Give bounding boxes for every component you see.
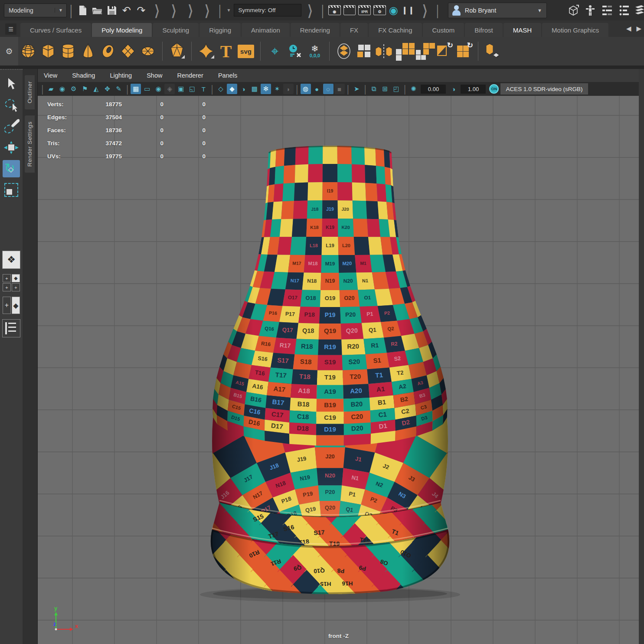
layout-outliner-button[interactable] <box>2 319 20 337</box>
exposure-icon[interactable]: ✺ <box>408 84 418 94</box>
copy-pane-icon[interactable]: ⧉ <box>369 84 379 94</box>
freeze-transformations-icon[interactable]: ❄0,0,0 <box>305 41 325 61</box>
lasso-select-tool[interactable] <box>3 96 20 114</box>
fill-hole-icon[interactable] <box>394 41 414 61</box>
save-scene-icon[interactable] <box>105 4 118 17</box>
separate-icon[interactable] <box>354 41 374 61</box>
delete-history-icon[interactable] <box>285 41 305 61</box>
poly-torus-icon[interactable] <box>98 41 118 61</box>
mirror-icon[interactable] <box>374 41 394 61</box>
color-management-toggle[interactable]: ON <box>489 84 499 94</box>
combine-icon[interactable] <box>334 41 354 61</box>
vp-menu-renderer[interactable]: Renderer <box>177 72 203 79</box>
paint-select-tool[interactable] <box>3 118 20 135</box>
collapsed-group-icon[interactable]: ❯ <box>165 2 182 19</box>
layout-single-pane-button[interactable]: ❖ <box>2 251 20 269</box>
colorspace-label[interactable]: ACES 1.0 SDR-video (sRGB) <box>500 83 588 95</box>
chevron-down-icon[interactable]: ▼ <box>224 8 234 13</box>
shelf-tab-sculpting[interactable]: Sculpting <box>153 23 199 37</box>
shelf-tab-rigging[interactable]: Rigging <box>199 23 241 37</box>
sweep-mesh-icon[interactable] <box>196 41 216 61</box>
bevel-icon[interactable] <box>483 41 503 61</box>
rotate-tool[interactable]: ↻◇ <box>3 160 20 177</box>
shelf-tab-mash[interactable]: MASH <box>503 23 541 37</box>
collapsed-group-icon[interactable]: ❯ <box>149 2 166 19</box>
smooth-icon[interactable]: ↻ <box>434 41 454 61</box>
open-scene-icon[interactable] <box>91 4 104 17</box>
poly-disc-icon[interactable] <box>138 41 158 61</box>
pan-zoom-icon[interactable]: ✥ <box>102 84 113 94</box>
gate-mask-icon[interactable]: ◈ <box>164 84 175 94</box>
poly-plane-icon[interactable] <box>118 41 138 61</box>
shelf-tab-fx-caching[interactable]: FX Caching <box>369 23 422 37</box>
shelf-tab-poly-modeling[interactable]: Poly Modeling <box>92 23 152 37</box>
safe-title-icon[interactable]: ◱ <box>187 84 197 94</box>
shelf-tab-motion-graphics[interactable]: Motion Graphics <box>542 23 608 37</box>
render-current-frame-icon[interactable] <box>343 5 356 15</box>
film-gate-icon[interactable]: ▭ <box>142 84 152 94</box>
shelf-tab-custom[interactable]: Custom <box>423 23 464 37</box>
vp-menu-view[interactable]: View <box>44 72 57 79</box>
tabs-scroll-left-icon[interactable]: ◀ <box>624 25 634 33</box>
dof-icon[interactable]: ■ <box>334 84 345 94</box>
camera-lock-icon[interactable]: ◉ <box>57 84 68 94</box>
character-controls-icon[interactable] <box>585 4 595 16</box>
retopologize-icon[interactable]: ↻ <box>454 41 474 61</box>
safe-action-icon[interactable]: ▣ <box>176 84 186 94</box>
field-chart-icon[interactable]: T <box>198 84 209 94</box>
select-tool[interactable] <box>3 75 20 92</box>
text-tool-icon[interactable]: T <box>216 41 236 61</box>
wireframe-icon[interactable]: ◇ <box>216 84 226 94</box>
render-settings-icon[interactable]: ⚙ <box>373 5 386 15</box>
viewport-canvas[interactable]: J16J17J18J19J20J1J2J3J4N16N17N18N19N20N1… <box>38 96 639 644</box>
render-view-icon[interactable]: ◉ <box>328 5 341 15</box>
exposure-field[interactable]: 0.00 <box>421 85 446 94</box>
grid-icon[interactable]: ▦ <box>131 84 141 94</box>
toggle-display-icon[interactable]: ◉ <box>389 5 398 16</box>
layout-two-pane-button[interactable]: +◆ <box>3 297 20 314</box>
poly-cone-icon[interactable] <box>78 41 98 61</box>
viewport-panel[interactable]: ViewShadingLightingShowRendererPanels |▰… <box>37 69 639 644</box>
pause-viewport-icon[interactable]: ❙❙ <box>402 6 415 15</box>
paste-pane-icon[interactable]: ⊞ <box>380 84 390 94</box>
pane-menu-icon[interactable]: ◰ <box>391 84 402 94</box>
attribute-editor-icon[interactable] <box>602 4 613 16</box>
vp-menu-lighting[interactable]: Lighting <box>110 72 132 79</box>
move-tool[interactable]: ▲▼◀▶ <box>3 139 20 156</box>
collapsed-group-icon[interactable]: ❯ <box>416 2 433 19</box>
workspace-dropdown[interactable]: Modeling ▼ <box>4 3 67 17</box>
gamma-icon[interactable]: ◑ <box>448 84 458 94</box>
shaded-mode-icon[interactable]: ◆ <box>227 84 237 94</box>
ao-icon[interactable]: ◍ <box>301 84 311 94</box>
vp-menu-shading[interactable]: Shading <box>72 72 95 79</box>
svg-tool-icon[interactable]: svg <box>236 41 256 61</box>
shadows-icon[interactable]: ◗ <box>283 84 294 94</box>
shelf-tab-bifrost[interactable]: Bifrost <box>465 23 503 37</box>
vp-menu-show[interactable]: Show <box>147 72 162 79</box>
collapsed-group-icon[interactable]: ❯ <box>199 2 216 19</box>
shelf-tab-animation[interactable]: Animation <box>242 23 290 37</box>
layout-four-pane-button[interactable]: +◆++ <box>3 274 20 291</box>
tabs-scroll-right-icon[interactable]: ▶ <box>634 25 644 33</box>
scale-tool[interactable] <box>3 181 20 199</box>
isolate-select-icon[interactable]: ➤ <box>351 84 362 94</box>
use-lights-icon[interactable]: ✶ <box>272 84 282 94</box>
undo-icon[interactable]: ↶ <box>120 4 133 17</box>
shelf-tab-curves-surfaces[interactable]: Curves / Surfaces <box>20 23 91 37</box>
modeling-toolkit-icon[interactable] <box>635 4 644 16</box>
bookmark-icon[interactable]: ⚑ <box>80 84 90 94</box>
shelf-options-gear-icon[interactable]: ⚙ <box>0 37 18 65</box>
append-polygon-icon[interactable] <box>414 41 434 61</box>
platonic-solid-icon[interactable] <box>167 41 187 61</box>
collapsed-group-icon[interactable]: ❯ <box>301 2 318 19</box>
anti-alias-icon[interactable]: ◌ <box>323 84 333 94</box>
channel-box-icon[interactable] <box>619 4 629 16</box>
textured-mode-icon[interactable]: ✻ <box>261 84 271 94</box>
scene-3d-view[interactable]: J16J17J18J19J20J1J2J3J4N16N17N18N19N20N1… <box>38 96 639 644</box>
shelf-menu-icon[interactable]: ☰ <box>5 23 16 35</box>
image-plane-icon[interactable]: ◭ <box>91 84 101 94</box>
motion-blur-icon[interactable]: ● <box>312 84 322 94</box>
grease-pencil-icon[interactable]: ✎ <box>114 84 124 94</box>
poly-cylinder-icon[interactable] <box>58 41 78 61</box>
vp-menu-panels[interactable]: Panels <box>218 72 237 79</box>
